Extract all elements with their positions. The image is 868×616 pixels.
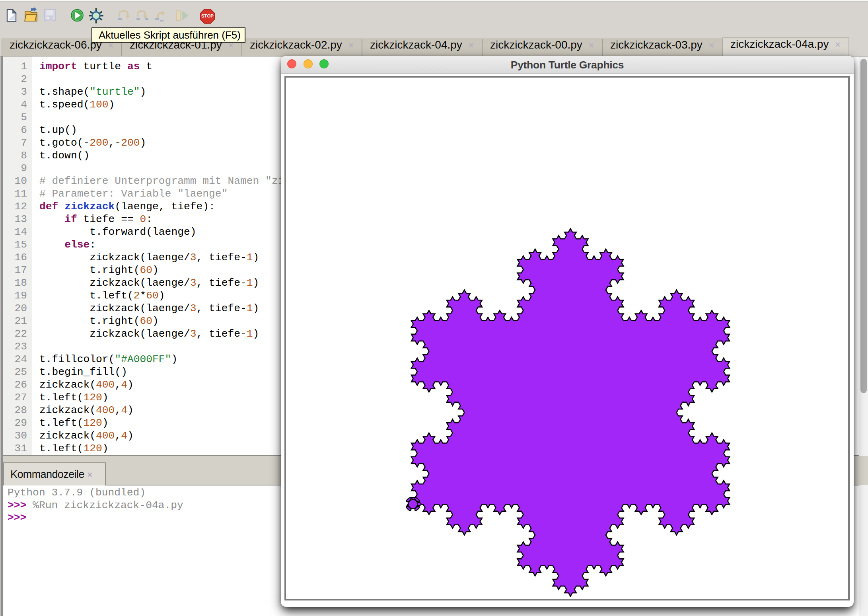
- svg-text:STOP: STOP: [201, 14, 214, 18]
